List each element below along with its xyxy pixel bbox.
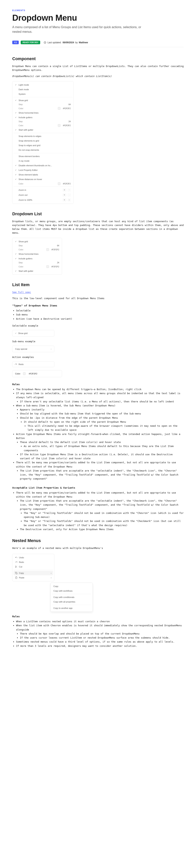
list-item[interactable]: Redo (13, 560, 53, 564)
svg-rect-5 (16, 573, 18, 574)
list-item[interactable]: Snap to edges and grid (13, 143, 72, 148)
redo-icon (15, 561, 18, 563)
svg-rect-6 (16, 577, 17, 577)
last-updated: Last updated: 06/09/2024 by Matthew (44, 41, 88, 44)
list-item[interactable]: Copy with workflows (52, 589, 91, 593)
list-item[interactable]: Undo (13, 555, 53, 560)
list-item[interactable]: Show element borders (13, 154, 72, 159)
component-example-panel: ✓Light mode Dark mode System ✓Show grid … (12, 81, 73, 204)
copy-icon (15, 572, 18, 574)
eyebrow: ELEMENTS (12, 9, 184, 11)
dropdown-list-example-panel: ✓Show grid Step:64 Color:#F2F2F2 ✓Show h… (12, 238, 62, 275)
nested-sub-panel: Copy Copy with workflows Copy with condi… (51, 583, 93, 612)
svg-line-4 (17, 567, 17, 567)
paste-icon (15, 577, 18, 579)
list-item[interactable]: System (13, 92, 72, 96)
list-item[interactable]: ✓Include gutters (13, 115, 72, 120)
list-item-p1: This is the low-level component used for… (12, 297, 184, 300)
subtitle: A menu composed of a list of Menu Groups… (12, 25, 146, 34)
list-item-rules: The Dropdown Menu can be opened by diffe… (12, 387, 184, 481)
acceptable-list: There will be many new properties/varian… (12, 491, 184, 531)
submenu-example-item[interactable]: Copy special (12, 346, 54, 352)
redo-action-item[interactable]: Redo (12, 362, 54, 367)
list-item[interactable]: Copy› (13, 571, 53, 575)
list-item[interactable]: Cut (13, 564, 53, 569)
list-item[interactable]: ✓Light mode (13, 83, 72, 87)
section-list-item-heading: List Item (12, 282, 184, 287)
svg-point-1 (15, 566, 16, 566)
selectable-example-label: Selectable example (12, 324, 184, 328)
types-list: Selectable Sub-menu Action (can have a D… (12, 309, 184, 321)
chevron-right-icon: › (51, 577, 52, 579)
list-item-rules-heading: Rules (12, 383, 184, 386)
list-item[interactable]: Paste› (13, 575, 53, 580)
list-item[interactable]: Do not snap elements (13, 148, 72, 152)
nested-main-panel: Undo Redo Cut Copy› Paste› (12, 554, 54, 581)
list-item[interactable]: Copy with all properties (52, 599, 91, 604)
component-p1: Dropdown Menu can contain a single List … (12, 64, 184, 72)
list-item[interactable]: ✓Show grid (13, 239, 61, 244)
selectable-example-item[interactable]: ✓Show grid (12, 330, 54, 337)
list-item[interactable]: ✓Start with gutter (13, 128, 72, 132)
types-heading: "Types" of Dropdown Menu Items (12, 304, 184, 307)
list-item[interactable]: Copy to another app (52, 606, 91, 610)
section-nested-heading: Nested Menus (12, 538, 184, 543)
list-item[interactable]: Copy (52, 584, 91, 589)
list-item[interactable]: ✓Show horizontal lines (13, 252, 61, 256)
submenu-example-label: Sub-menu example (12, 340, 184, 343)
list-item[interactable]: ✓Show horizontal lines (13, 111, 72, 115)
list-item[interactable]: Zoom in⌘+ (13, 187, 72, 192)
color-action-item[interactable]: Color: #F2F2F2 (12, 370, 62, 377)
nested-example: Undo Redo Cut Copy› Paste› Copy Copy wit… (12, 554, 184, 581)
section-dropdown-list-heading: Dropdown List (12, 212, 184, 216)
chevron-right-icon: › (51, 572, 52, 574)
list-item[interactable]: Dark mode (13, 87, 72, 92)
meta-row: V.1 READY FOR DEV Last updated: 06/09/20… (12, 38, 184, 47)
list-item[interactable]: Zoom out⌘− (13, 192, 72, 197)
nested-p1: Here's an example of a nested menu with … (12, 546, 184, 550)
version-badge: V.1 (12, 41, 19, 44)
dropdown-list-p1: Dropdown lists, or menu groups, are empt… (12, 219, 184, 235)
see-full-spec-link[interactable]: See full spec (12, 291, 31, 293)
status-badge: READY FOR DEV (21, 41, 40, 44)
action-example-label: Action examples (12, 355, 184, 359)
history-icon (44, 41, 46, 44)
list-item[interactable]: Copy with conditionals (52, 595, 91, 599)
list-item[interactable]: ✓Start with gutter (13, 269, 61, 273)
component-p2: DropdownMenu(s) can contain DropdownList… (12, 74, 184, 78)
svg-point-2 (15, 567, 16, 568)
list-item[interactable]: ✓Disable element thumbnails on ho... (13, 163, 72, 168)
list-item[interactable]: ✓Show element labels (13, 173, 72, 177)
list-item[interactable]: ✓Include gutters (13, 256, 61, 261)
nested-rules-heading: Rules (12, 615, 184, 618)
acceptable-heading: Acceptable List Item Properties & Varian… (12, 486, 184, 489)
section-component-heading: Component (12, 56, 184, 61)
cut-icon (15, 565, 18, 568)
nested-rules: When a ListItem contains nested options … (12, 619, 184, 648)
list-item[interactable]: ✓Show grid (13, 98, 72, 103)
undo-icon (15, 556, 18, 559)
list-item[interactable]: ✓Show distances on hover (13, 177, 72, 182)
page-title: Dropdown Menu (12, 13, 184, 23)
list-item[interactable]: ✓Lock Property Editor (13, 168, 72, 173)
redo-icon (15, 363, 17, 366)
list-item[interactable]: Zoom to 100%⌘0 (13, 197, 72, 203)
list-item[interactable]: X-ray mode (13, 159, 72, 163)
list-item[interactable]: Snap elements to edges (13, 134, 72, 138)
list-item[interactable]: Snap elements to grid (13, 138, 72, 143)
